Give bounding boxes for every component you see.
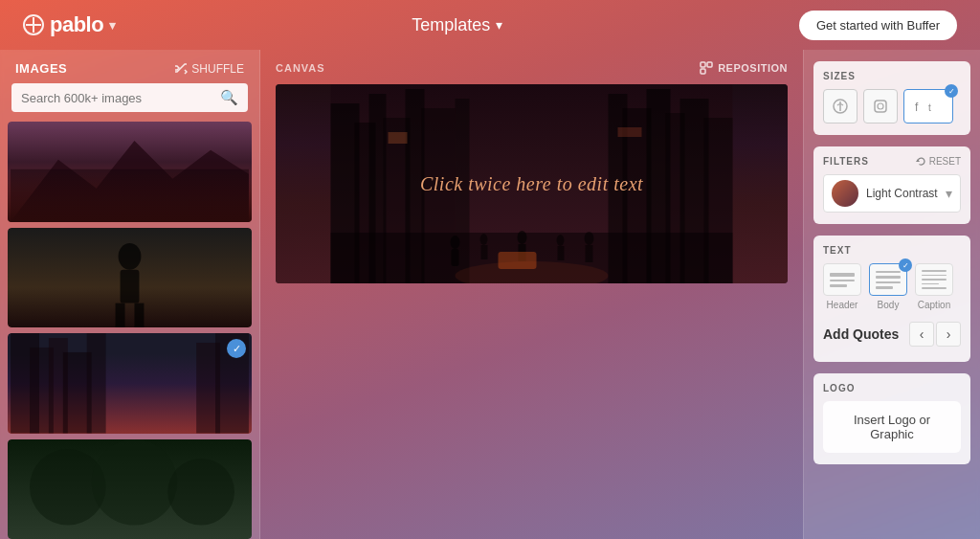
svg-rect-4 (11, 169, 249, 222)
city-scene-thumb (8, 333, 252, 434)
search-icon: 🔍 (220, 89, 238, 106)
top-nav: pablo ▾ Templates ▾ Get started with Buf… (0, 0, 980, 50)
logo[interactable]: pablo ▾ (23, 12, 116, 37)
svg-rect-8 (134, 303, 144, 327)
reset-icon (916, 156, 926, 167)
size-active-check: ✓ (945, 84, 958, 98)
reset-label: RESET (929, 156, 961, 167)
reposition-button[interactable]: REPOSITION (700, 61, 788, 75)
text-title: TEXT (823, 245, 961, 256)
shuffle-icon (174, 62, 188, 76)
quotes-next-button[interactable]: › (936, 322, 961, 347)
header-lines (830, 273, 855, 287)
filters-header: FILTERS RESET (823, 156, 961, 167)
svg-rect-37 (618, 127, 642, 137)
text-caption-label: Caption (918, 300, 950, 310)
image-thumbnail-3 (8, 333, 252, 434)
sizes-section: SIZES ✓ (813, 61, 970, 135)
text-header-option[interactable]: Header (823, 263, 861, 310)
svg-rect-40 (452, 249, 459, 266)
list-item[interactable]: ✓ (8, 333, 252, 434)
text-header-box (823, 263, 861, 296)
svg-rect-46 (558, 246, 565, 260)
svg-rect-53 (875, 101, 886, 112)
selected-badge: ✓ (227, 339, 246, 358)
size-pinterest-button[interactable] (823, 89, 858, 124)
text-caption-option[interactable]: Caption (915, 263, 953, 310)
size-facebook-twitter-button[interactable]: ✓ f t (903, 89, 953, 124)
center-panel: CANVAS REPOSITION (260, 50, 803, 539)
logo-title: LOGO (823, 383, 961, 393)
svg-point-43 (518, 231, 527, 244)
body-lines (876, 271, 901, 289)
list-item[interactable] (8, 439, 252, 540)
svg-marker-3 (11, 141, 249, 222)
templates-chevron-icon: ▾ (496, 17, 502, 33)
image-list: ✓ (0, 122, 259, 539)
svg-rect-6 (121, 269, 140, 303)
svg-rect-20 (707, 62, 712, 67)
logo-insert-button[interactable]: Insert Logo or Graphic (823, 401, 961, 453)
pablo-logo-icon (23, 14, 44, 35)
filter-preview-swatch (832, 180, 858, 207)
list-item[interactable] (8, 122, 252, 222)
image-thumbnail-4 (8, 439, 252, 540)
quotes-prev-button[interactable]: ‹ (909, 322, 934, 347)
svg-rect-13 (87, 333, 106, 434)
svg-point-5 (119, 242, 142, 269)
nav-cta: Get started with Buffer (799, 11, 957, 40)
text-body-label: Body (878, 300, 900, 310)
svg-rect-36 (389, 132, 408, 144)
templates-menu[interactable]: Templates ▾ (412, 15, 502, 35)
images-label: IMAGES (15, 61, 67, 76)
active-filter-label: Light Contrast (866, 187, 938, 200)
svg-point-39 (451, 236, 460, 249)
text-active-check: ✓ (899, 258, 912, 272)
logo-insert-label: Insert Logo or Graphic (835, 413, 949, 441)
filters-section: FILTERS RESET Light Contrast ▾ (813, 146, 970, 224)
reposition-label: REPOSITION (718, 62, 788, 74)
get-started-button[interactable]: Get started with Buffer (799, 11, 957, 40)
logo-section: LOGO Insert Logo or Graphic (813, 373, 970, 464)
svg-point-45 (557, 235, 565, 246)
left-panel-header: IMAGES SHUFFLE (0, 50, 259, 83)
canvas-header: CANVAS REPOSITION (276, 61, 788, 75)
search-input[interactable] (21, 91, 214, 105)
mountain-scene (8, 122, 252, 222)
main-layout: IMAGES SHUFFLE 🔍 (0, 50, 980, 539)
pinterest-icon (833, 99, 848, 114)
text-body-option[interactable]: ✓ Body (869, 263, 907, 310)
shuffle-button[interactable]: SHUFFLE (174, 62, 244, 76)
size-instagram-button[interactable] (863, 89, 898, 124)
quotes-navigation: ‹ › (909, 322, 961, 347)
svg-text:f: f (915, 101, 919, 114)
search-bar: 🔍 (11, 83, 248, 112)
reset-button[interactable]: RESET (916, 156, 961, 167)
shuffle-label: SHUFFLE (191, 62, 244, 76)
logo-chevron-icon: ▾ (109, 18, 116, 33)
svg-rect-21 (701, 69, 705, 74)
svg-point-17 (92, 439, 178, 526)
sizes-title: SIZES (823, 71, 961, 81)
canvas-area[interactable]: Click twice here to edit text (276, 84, 788, 283)
svg-point-18 (167, 458, 234, 525)
filter-dropdown[interactable]: Light Contrast ▾ (823, 174, 961, 213)
add-quotes-label: Add Quotes (823, 326, 899, 342)
svg-point-41 (480, 234, 488, 245)
person-silhouette (8, 228, 252, 328)
list-item[interactable] (8, 228, 252, 328)
canvas-edit-text[interactable]: Click twice here to edit text (420, 173, 643, 195)
filter-chevron-icon: ▾ (946, 186, 952, 201)
svg-text:t: t (928, 102, 931, 113)
add-quotes-row: Add Quotes ‹ › (823, 318, 961, 350)
text-section: TEXT Header ✓ (813, 236, 970, 362)
reposition-icon (700, 61, 713, 75)
svg-rect-7 (116, 303, 125, 327)
sizes-grid: ✓ f t (823, 89, 961, 124)
svg-rect-48 (586, 245, 593, 262)
text-header-label: Header (827, 300, 858, 310)
text-options: Header ✓ Body (823, 263, 961, 310)
templates-label: Templates (412, 15, 490, 35)
logo-text: pablo (50, 12, 103, 37)
svg-rect-42 (481, 245, 488, 259)
